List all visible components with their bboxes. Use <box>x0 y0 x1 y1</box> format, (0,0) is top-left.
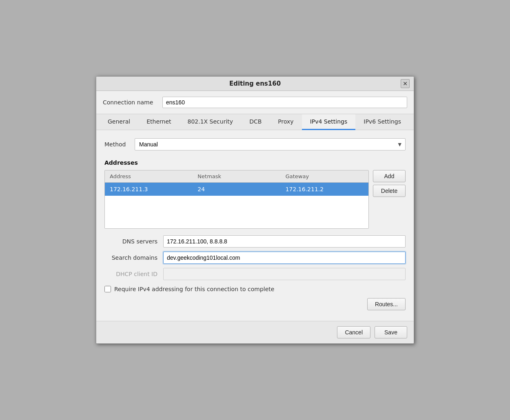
tab-ethernet[interactable]: Ethernet <box>138 114 179 130</box>
routes-btn-wrapper: Routes... <box>104 298 406 310</box>
dns-servers-row: DNS servers <box>104 235 406 248</box>
cancel-button[interactable]: Cancel <box>337 326 370 338</box>
dhcp-client-id-row: DHCP client ID <box>104 268 406 280</box>
col-netmask: Netmask <box>193 170 280 182</box>
connection-name-input[interactable] <box>162 97 407 108</box>
dns-input[interactable] <box>163 235 406 248</box>
addresses-table-wrapper: Address Netmask Gateway 172.16.211.3 24 … <box>104 170 406 229</box>
add-button[interactable]: Add <box>373 170 406 182</box>
tab-ipv4-settings[interactable]: IPv4 Settings <box>302 114 356 130</box>
ipv4-content: Method Manual Automatic (DHCP) Link-Loca… <box>96 130 414 321</box>
method-label: Method <box>104 141 129 148</box>
table-header: Address Netmask Gateway <box>105 170 368 183</box>
dhcp-label: DHCP client ID <box>104 271 157 277</box>
routes-button[interactable]: Routes... <box>367 298 406 310</box>
tab-8021x-security[interactable]: 802.1X Security <box>180 114 242 130</box>
dialog: Editing ens160 ✕ Connection name General… <box>96 76 414 344</box>
save-button[interactable]: Save <box>375 326 407 338</box>
dhcp-input[interactable] <box>163 268 406 280</box>
require-ipv4-checkbox[interactable] <box>104 286 111 292</box>
search-domains-row: Search domains <box>104 252 406 264</box>
col-gateway: Gateway <box>281 170 368 182</box>
title-bar: Editing ens160 ✕ <box>96 77 414 91</box>
tab-general[interactable]: General <box>100 114 138 130</box>
table-empty-area <box>105 196 368 228</box>
table-row[interactable]: 172.16.211.3 24 172.16.211.2 <box>105 183 368 196</box>
tab-proxy[interactable]: Proxy <box>270 114 302 130</box>
dns-label: DNS servers <box>104 238 157 245</box>
tabs-bar: General Ethernet 802.1X Security DCB Pro… <box>96 114 414 130</box>
col-address: Address <box>105 170 193 182</box>
tab-ipv6-settings[interactable]: IPv6 Settings <box>355 114 409 130</box>
addresses-section: Addresses Address Netmask Gateway 172.16… <box>104 159 406 229</box>
method-row: Method Manual Automatic (DHCP) Link-Loca… <box>104 138 406 150</box>
dialog-title: Editing ens160 <box>229 80 281 87</box>
dialog-footer: Cancel Save <box>96 321 414 343</box>
connection-name-label: Connection name <box>103 99 156 106</box>
tab-dcb[interactable]: DCB <box>241 114 270 130</box>
method-select[interactable]: Manual Automatic (DHCP) Link-Local Only … <box>135 138 406 150</box>
require-ipv4-row: Require IPv4 addressing for this connect… <box>104 286 406 292</box>
search-label: Search domains <box>104 254 157 261</box>
connection-name-row: Connection name <box>96 91 414 114</box>
delete-button[interactable]: Delete <box>373 185 406 197</box>
close-icon: ✕ <box>403 80 408 87</box>
require-ipv4-label: Require IPv4 addressing for this connect… <box>114 286 274 292</box>
cell-netmask: 24 <box>193 183 280 196</box>
addresses-table: Address Netmask Gateway 172.16.211.3 24 … <box>104 170 369 229</box>
cell-address: 172.16.211.3 <box>105 183 193 196</box>
table-buttons: Add Delete <box>373 170 406 197</box>
search-input[interactable] <box>163 252 406 264</box>
cell-gateway: 172.16.211.2 <box>281 183 368 196</box>
addresses-title: Addresses <box>104 159 406 166</box>
close-button[interactable]: ✕ <box>401 79 410 88</box>
method-select-wrapper: Manual Automatic (DHCP) Link-Local Only … <box>135 138 406 150</box>
